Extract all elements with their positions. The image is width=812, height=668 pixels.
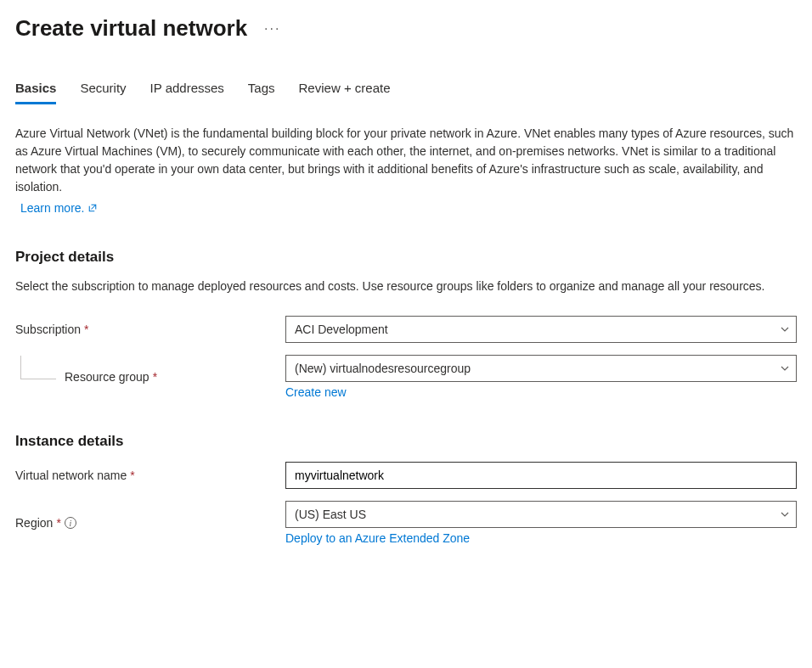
project-details-desc: Select the subscription to manage deploy… xyxy=(15,278,797,295)
subscription-label: Subscription * xyxy=(15,323,285,336)
required-asterisk: * xyxy=(130,469,134,482)
region-value: (US) East US xyxy=(285,501,797,528)
vnet-name-label: Virtual network name * xyxy=(15,469,285,482)
subscription-label-text: Subscription xyxy=(15,323,81,336)
subscription-row: Subscription * ACI Development xyxy=(15,316,797,343)
vnet-name-input-wrap xyxy=(285,462,797,489)
resource-group-select[interactable]: (New) virtualnodesresourcegroup xyxy=(285,355,797,382)
region-select[interactable]: (US) East US xyxy=(285,501,797,528)
tab-review-create[interactable]: Review + create xyxy=(299,81,391,104)
info-icon[interactable]: i xyxy=(65,517,76,529)
subscription-value: ACI Development xyxy=(285,316,797,343)
external-link-icon xyxy=(87,203,98,213)
instance-details-heading: Instance details xyxy=(15,433,797,450)
project-details-heading: Project details xyxy=(15,249,797,266)
tree-connector xyxy=(20,356,56,379)
deploy-extended-zone-link[interactable]: Deploy to an Azure Extended Zone xyxy=(285,531,470,545)
tab-basics[interactable]: Basics xyxy=(15,81,56,104)
title-row: Create virtual network ··· xyxy=(15,15,797,42)
tab-tags[interactable]: Tags xyxy=(248,81,275,104)
tab-security[interactable]: Security xyxy=(80,81,126,104)
resource-group-label-text: Resource group xyxy=(65,370,149,384)
required-asterisk: * xyxy=(56,516,60,530)
learn-more-label: Learn more. xyxy=(20,201,84,215)
more-actions-icon[interactable]: ··· xyxy=(264,21,280,36)
learn-more-link[interactable]: Learn more. xyxy=(20,201,98,215)
vnet-name-label-text: Virtual network name xyxy=(15,469,127,482)
required-asterisk: * xyxy=(84,323,88,336)
resource-group-row: Resource group * (New) virtualnodesresou… xyxy=(15,355,797,399)
region-row: Region * i (US) East US Deploy to an Azu… xyxy=(15,501,797,545)
intro-text: Azure Virtual Network (VNet) is the fund… xyxy=(15,125,797,196)
resource-group-label: Resource group * xyxy=(15,370,285,384)
region-label: Region * i xyxy=(15,516,285,530)
tabs: Basics Security IP addresses Tags Review… xyxy=(15,81,797,104)
region-label-text: Region xyxy=(15,516,53,530)
resource-group-value: (New) virtualnodesresourcegroup xyxy=(285,355,797,382)
page-title: Create virtual network xyxy=(15,15,247,42)
create-new-link[interactable]: Create new xyxy=(285,385,347,399)
tab-ip-addresses[interactable]: IP addresses xyxy=(150,81,224,104)
subscription-select[interactable]: ACI Development xyxy=(285,316,797,343)
vnet-name-row: Virtual network name * xyxy=(15,462,797,489)
required-asterisk: * xyxy=(153,370,157,384)
vnet-name-input[interactable] xyxy=(295,463,770,488)
